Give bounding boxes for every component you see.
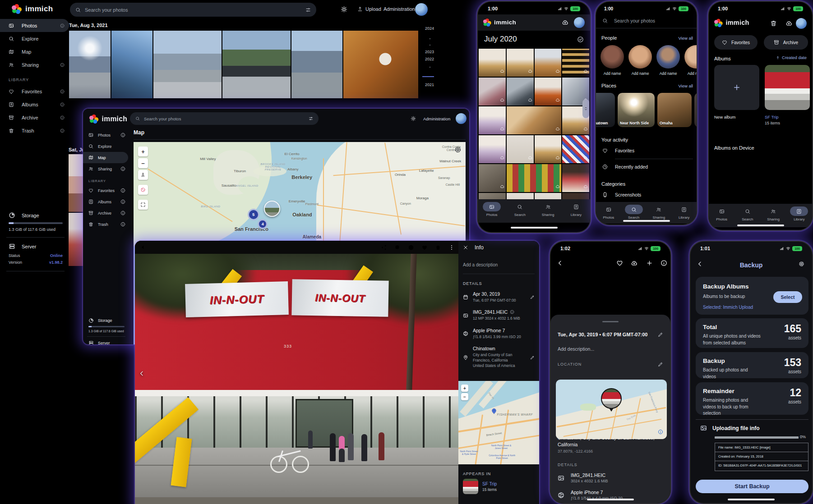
sidebar-item-photos[interactable]: Photos xyxy=(0,19,69,32)
sidebar-item-map[interactable]: Map xyxy=(83,152,128,163)
info-icon[interactable] xyxy=(120,188,125,193)
photo-cell[interactable] xyxy=(535,135,562,163)
photo-thumbnail[interactable] xyxy=(291,31,342,98)
nav-sharing[interactable]: Sharing xyxy=(761,206,785,221)
back-chevron-icon[interactable] xyxy=(557,260,564,266)
description-input[interactable]: Add description... xyxy=(550,337,670,352)
photo-thumbnail[interactable] xyxy=(343,31,418,98)
photo-cell[interactable] xyxy=(479,106,506,134)
photo-cell[interactable] xyxy=(562,135,589,163)
pencil-icon[interactable] xyxy=(530,346,535,368)
search-input[interactable]: Search your photos xyxy=(70,3,316,17)
pencil-icon[interactable] xyxy=(658,362,663,367)
person-item[interactable]: Add name xyxy=(601,45,624,76)
info-icon[interactable] xyxy=(60,89,65,94)
delete-icon[interactable] xyxy=(431,244,445,251)
immich-logo[interactable]: immich xyxy=(89,115,127,124)
photo-thumbnail[interactable] xyxy=(111,31,152,98)
recently-added-row[interactable]: Recently added xyxy=(602,164,648,170)
album-link-row[interactable]: SF Trip15 items xyxy=(463,479,497,494)
album-name[interactable]: SF Trip xyxy=(765,115,779,119)
nav-search[interactable]: Search xyxy=(508,202,532,217)
nav-sharing[interactable]: Sharing xyxy=(647,205,671,220)
map-photo-marker[interactable] xyxy=(264,201,280,217)
photo-thumbnail[interactable] xyxy=(69,154,83,212)
zoom-icon[interactable] xyxy=(391,244,404,251)
people-view-all[interactable]: View all xyxy=(678,36,693,41)
user-avatar[interactable] xyxy=(796,18,807,29)
pencil-icon[interactable] xyxy=(530,291,535,303)
map-zoom-in-button[interactable]: + xyxy=(461,385,468,392)
place-card[interactable]: Chinatown xyxy=(595,93,615,127)
info-icon[interactable] xyxy=(60,115,65,120)
plus-icon[interactable] xyxy=(646,260,653,266)
nav-photos[interactable]: Photos xyxy=(710,206,734,221)
info-icon[interactable] xyxy=(120,199,125,204)
sidebar-item-explore[interactable]: Explore xyxy=(0,32,69,45)
screenshots-row[interactable]: Screenshots xyxy=(602,192,641,197)
info-icon[interactable] xyxy=(120,211,125,215)
select-all-check-icon[interactable] xyxy=(577,36,584,43)
info-icon[interactable] xyxy=(60,102,65,107)
info-icon[interactable] xyxy=(404,244,418,251)
sidebar-item-favorites[interactable]: Favorites xyxy=(83,185,128,196)
photo-cell[interactable] xyxy=(507,135,534,163)
administration-link[interactable]: Administration xyxy=(383,6,415,12)
photo-cell[interactable] xyxy=(535,49,562,77)
person-item[interactable]: Add name xyxy=(656,45,680,76)
photo-cell[interactable] xyxy=(562,164,589,192)
location-map[interactable]: FISHERMAN'S WHARF Beach Street Pier 45 N… xyxy=(458,381,539,464)
place-card[interactable]: Near North Side xyxy=(618,93,655,127)
description-input[interactable]: Add a description xyxy=(458,254,539,267)
place-card[interactable]: Pi xyxy=(694,93,698,127)
administration-link[interactable]: Administration xyxy=(423,116,450,121)
filter-icon[interactable] xyxy=(309,116,313,121)
nav-photos[interactable]: Photos xyxy=(480,202,504,217)
theme-icon[interactable] xyxy=(411,116,416,121)
nav-search[interactable]: Search xyxy=(735,206,760,221)
archive-button[interactable]: Archive xyxy=(764,35,808,50)
prev-photo-chevron-icon[interactable] xyxy=(139,370,145,377)
photo-cell[interactable] xyxy=(562,49,589,77)
info-icon[interactable] xyxy=(661,260,667,266)
nav-library[interactable]: Library xyxy=(564,202,588,217)
more-icon[interactable] xyxy=(445,244,458,251)
filter-icon[interactable] xyxy=(305,7,311,13)
photo-cell[interactable] xyxy=(479,135,506,163)
gear-icon[interactable] xyxy=(798,261,805,267)
photo-cell[interactable] xyxy=(535,193,562,199)
search-input[interactable]: Search your photos xyxy=(602,18,655,23)
photo-cell[interactable] xyxy=(507,78,534,105)
sidebar-item-archive[interactable]: Archive xyxy=(83,207,128,219)
sidebar-item-sharing[interactable]: Sharing xyxy=(0,58,69,71)
new-album-card[interactable] xyxy=(714,65,759,110)
info-icon[interactable] xyxy=(120,166,125,171)
places-view-all[interactable]: View all xyxy=(678,83,693,88)
map-cluster-marker[interactable]: 5 xyxy=(248,209,259,220)
attribution-info-icon[interactable] xyxy=(658,429,663,435)
map-cluster-marker[interactable]: 4 xyxy=(258,219,268,229)
person-item[interactable]: Add name xyxy=(628,45,652,76)
photo-cell[interactable] xyxy=(479,49,506,77)
photo-cell[interactable] xyxy=(479,193,506,199)
map-fullscreen-button[interactable] xyxy=(138,200,148,210)
nav-photos[interactable]: Photos xyxy=(596,205,621,220)
info-icon[interactable] xyxy=(60,63,65,67)
map-zoom-out-button[interactable]: − xyxy=(461,393,468,400)
photo-thumbnail[interactable] xyxy=(69,213,83,266)
nav-sharing[interactable]: Sharing xyxy=(536,202,560,217)
photo-cell[interactable] xyxy=(479,164,506,192)
start-backup-button[interactable]: Start Backup xyxy=(696,480,808,493)
sidebar-item-sharing[interactable]: Sharing xyxy=(83,163,128,174)
cloud-upload-icon[interactable] xyxy=(631,260,637,266)
location-map[interactable]: San Francisco Ferry The Emb xyxy=(556,380,667,439)
info-icon[interactable] xyxy=(120,222,125,227)
place-card[interactable]: Omaha xyxy=(657,93,692,127)
sidebar-item-archive[interactable]: Archive xyxy=(0,111,69,124)
close-icon[interactable] xyxy=(463,245,468,250)
photo-cell[interactable] xyxy=(507,164,562,192)
photo-thumbnail[interactable] xyxy=(153,31,222,98)
search-input[interactable]: Search your photos xyxy=(130,112,319,125)
info-icon[interactable] xyxy=(60,128,65,133)
info-icon[interactable] xyxy=(120,133,125,137)
